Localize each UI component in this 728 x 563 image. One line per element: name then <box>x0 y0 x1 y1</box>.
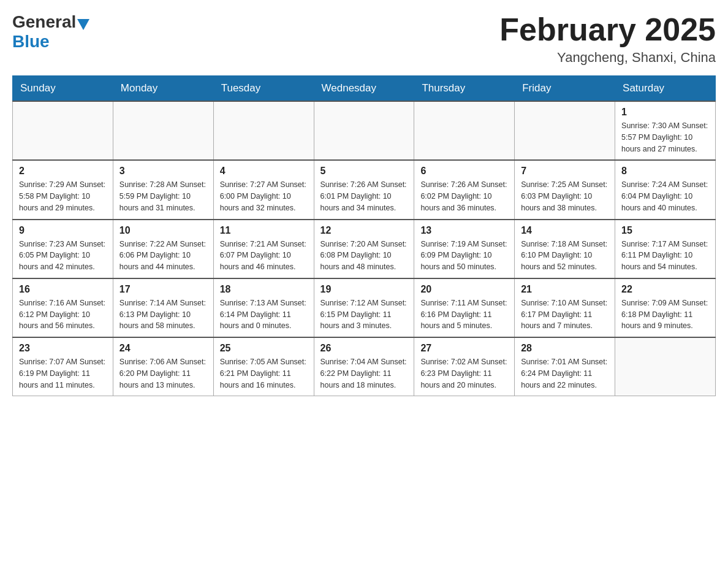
calendar-cell: 17Sunrise: 7:14 AM Sunset: 6:13 PM Dayli… <box>113 278 213 337</box>
calendar-cell <box>615 337 716 396</box>
day-number: 22 <box>621 284 709 295</box>
weekday-header-sunday: Sunday <box>13 76 113 102</box>
calendar-cell: 8Sunrise: 7:24 AM Sunset: 6:04 PM Daylig… <box>615 160 716 219</box>
day-info: Sunrise: 7:25 AM Sunset: 6:03 PM Dayligh… <box>521 179 609 213</box>
logo-blue-text: Blue <box>12 32 50 51</box>
day-number: 14 <box>521 225 609 236</box>
calendar-week-row: 16Sunrise: 7:16 AM Sunset: 6:12 PM Dayli… <box>13 278 716 337</box>
day-number: 3 <box>119 166 207 177</box>
location-title: Yangcheng, Shanxi, China <box>499 50 716 66</box>
day-number: 8 <box>621 166 709 177</box>
day-info: Sunrise: 7:29 AM Sunset: 5:58 PM Dayligh… <box>19 179 107 213</box>
logo: General Blue <box>12 12 91 52</box>
day-number: 2 <box>19 166 107 177</box>
title-block: February 2025 Yangcheng, Shanxi, China <box>499 12 716 66</box>
day-number: 17 <box>119 284 207 295</box>
day-info: Sunrise: 7:11 AM Sunset: 6:16 PM Dayligh… <box>420 297 508 332</box>
weekday-header-friday: Friday <box>515 76 615 102</box>
day-number: 25 <box>220 343 308 354</box>
calendar-cell: 5Sunrise: 7:26 AM Sunset: 6:01 PM Daylig… <box>314 160 414 219</box>
day-info: Sunrise: 7:28 AM Sunset: 5:59 PM Dayligh… <box>119 179 207 213</box>
day-number: 7 <box>521 166 609 177</box>
calendar-cell <box>314 101 414 160</box>
calendar-cell: 26Sunrise: 7:04 AM Sunset: 6:22 PM Dayli… <box>314 337 414 396</box>
day-info: Sunrise: 7:18 AM Sunset: 6:10 PM Dayligh… <box>521 239 609 273</box>
calendar-header-row: SundayMondayTuesdayWednesdayThursdayFrid… <box>13 76 716 102</box>
day-number: 23 <box>19 343 107 354</box>
day-info: Sunrise: 7:23 AM Sunset: 6:05 PM Dayligh… <box>19 239 107 273</box>
day-number: 19 <box>320 284 408 295</box>
calendar-cell: 20Sunrise: 7:11 AM Sunset: 6:16 PM Dayli… <box>414 278 515 337</box>
day-info: Sunrise: 7:07 AM Sunset: 6:19 PM Dayligh… <box>19 356 107 391</box>
day-info: Sunrise: 7:02 AM Sunset: 6:23 PM Dayligh… <box>420 356 508 391</box>
calendar-week-row: 1Sunrise: 7:30 AM Sunset: 5:57 PM Daylig… <box>13 101 716 160</box>
day-number: 9 <box>19 225 107 236</box>
day-number: 28 <box>521 343 609 354</box>
day-number: 16 <box>19 284 107 295</box>
day-number: 4 <box>220 166 308 177</box>
calendar-cell: 2Sunrise: 7:29 AM Sunset: 5:58 PM Daylig… <box>13 160 113 219</box>
day-info: Sunrise: 7:09 AM Sunset: 6:18 PM Dayligh… <box>621 297 709 332</box>
weekday-header-saturday: Saturday <box>615 76 716 102</box>
calendar-table: SundayMondayTuesdayWednesdayThursdayFrid… <box>12 75 716 396</box>
calendar-week-row: 23Sunrise: 7:07 AM Sunset: 6:19 PM Dayli… <box>13 337 716 396</box>
calendar-cell: 13Sunrise: 7:19 AM Sunset: 6:09 PM Dayli… <box>414 220 515 278</box>
day-info: Sunrise: 7:19 AM Sunset: 6:09 PM Dayligh… <box>420 239 508 273</box>
day-info: Sunrise: 7:14 AM Sunset: 6:13 PM Dayligh… <box>119 297 207 332</box>
calendar-cell <box>515 101 615 160</box>
calendar-cell: 1Sunrise: 7:30 AM Sunset: 5:57 PM Daylig… <box>615 101 716 160</box>
calendar-cell <box>213 101 314 160</box>
day-number: 20 <box>420 284 508 295</box>
weekday-header-tuesday: Tuesday <box>213 76 314 102</box>
page-header: General Blue February 2025 Yangcheng, Sh… <box>12 12 716 66</box>
day-info: Sunrise: 7:26 AM Sunset: 6:02 PM Dayligh… <box>420 179 508 213</box>
day-info: Sunrise: 7:16 AM Sunset: 6:12 PM Dayligh… <box>19 297 107 332</box>
calendar-cell: 4Sunrise: 7:27 AM Sunset: 6:00 PM Daylig… <box>213 160 314 219</box>
day-info: Sunrise: 7:27 AM Sunset: 6:00 PM Dayligh… <box>220 179 308 213</box>
month-title: February 2025 <box>499 12 716 47</box>
day-info: Sunrise: 7:12 AM Sunset: 6:15 PM Dayligh… <box>320 297 408 332</box>
logo-triangle-icon <box>77 19 89 30</box>
calendar-cell <box>13 101 113 160</box>
day-number: 12 <box>320 225 408 236</box>
day-info: Sunrise: 7:01 AM Sunset: 6:24 PM Dayligh… <box>521 356 609 391</box>
weekday-header-wednesday: Wednesday <box>314 76 414 102</box>
day-info: Sunrise: 7:24 AM Sunset: 6:04 PM Dayligh… <box>621 179 709 213</box>
calendar-cell: 3Sunrise: 7:28 AM Sunset: 5:59 PM Daylig… <box>113 160 213 219</box>
day-number: 1 <box>621 107 709 118</box>
weekday-header-monday: Monday <box>113 76 213 102</box>
day-info: Sunrise: 7:30 AM Sunset: 5:57 PM Dayligh… <box>621 120 709 155</box>
day-info: Sunrise: 7:10 AM Sunset: 6:17 PM Dayligh… <box>521 297 609 332</box>
day-number: 5 <box>320 166 408 177</box>
day-number: 27 <box>420 343 508 354</box>
calendar-cell: 12Sunrise: 7:20 AM Sunset: 6:08 PM Dayli… <box>314 220 414 278</box>
calendar-week-row: 2Sunrise: 7:29 AM Sunset: 5:58 PM Daylig… <box>13 160 716 219</box>
day-info: Sunrise: 7:20 AM Sunset: 6:08 PM Dayligh… <box>320 239 408 273</box>
day-info: Sunrise: 7:17 AM Sunset: 6:11 PM Dayligh… <box>621 239 709 273</box>
weekday-header-thursday: Thursday <box>414 76 515 102</box>
day-number: 11 <box>220 225 308 236</box>
day-info: Sunrise: 7:06 AM Sunset: 6:20 PM Dayligh… <box>119 356 207 391</box>
day-number: 15 <box>621 225 709 236</box>
day-number: 6 <box>420 166 508 177</box>
calendar-cell <box>113 101 213 160</box>
calendar-cell: 22Sunrise: 7:09 AM Sunset: 6:18 PM Dayli… <box>615 278 716 337</box>
day-number: 26 <box>320 343 408 354</box>
day-number: 10 <box>119 225 207 236</box>
calendar-cell <box>414 101 515 160</box>
calendar-week-row: 9Sunrise: 7:23 AM Sunset: 6:05 PM Daylig… <box>13 220 716 278</box>
calendar-cell: 15Sunrise: 7:17 AM Sunset: 6:11 PM Dayli… <box>615 220 716 278</box>
day-info: Sunrise: 7:21 AM Sunset: 6:07 PM Dayligh… <box>220 239 308 273</box>
day-number: 21 <box>521 284 609 295</box>
day-info: Sunrise: 7:05 AM Sunset: 6:21 PM Dayligh… <box>220 356 308 391</box>
day-info: Sunrise: 7:26 AM Sunset: 6:01 PM Dayligh… <box>320 179 408 213</box>
calendar-cell: 7Sunrise: 7:25 AM Sunset: 6:03 PM Daylig… <box>515 160 615 219</box>
calendar-cell: 11Sunrise: 7:21 AM Sunset: 6:07 PM Dayli… <box>213 220 314 278</box>
day-number: 13 <box>420 225 508 236</box>
calendar-cell: 16Sunrise: 7:16 AM Sunset: 6:12 PM Dayli… <box>13 278 113 337</box>
calendar-cell: 19Sunrise: 7:12 AM Sunset: 6:15 PM Dayli… <box>314 278 414 337</box>
calendar-cell: 28Sunrise: 7:01 AM Sunset: 6:24 PM Dayli… <box>515 337 615 396</box>
calendar-cell: 10Sunrise: 7:22 AM Sunset: 6:06 PM Dayli… <box>113 220 213 278</box>
day-number: 24 <box>119 343 207 354</box>
day-info: Sunrise: 7:04 AM Sunset: 6:22 PM Dayligh… <box>320 356 408 391</box>
